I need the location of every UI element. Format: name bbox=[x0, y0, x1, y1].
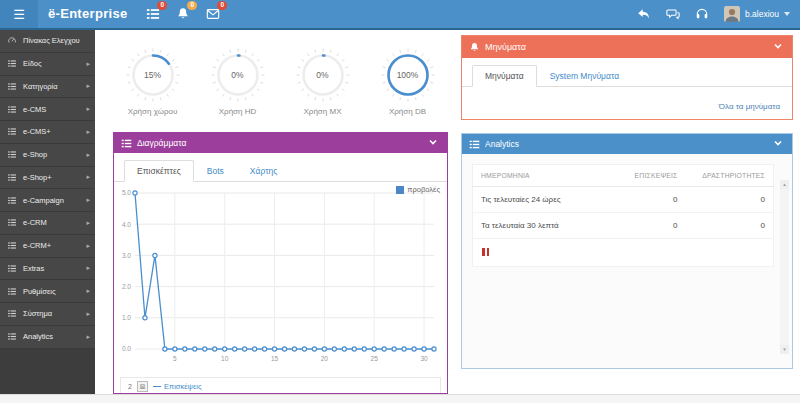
svg-text:1.0: 1.0 bbox=[122, 314, 131, 321]
submenu-arrow-icon: ▸ bbox=[86, 105, 90, 113]
messages-menu-button[interactable]: 0 bbox=[204, 6, 221, 23]
reply-icon[interactable] bbox=[637, 7, 651, 21]
svg-text:5.0: 5.0 bbox=[122, 189, 131, 196]
analytics-body: ΗΜΕΡΟΜΗΝΙΑ ΕΠΙΣΚΕΨΕΙΣ ΔΡΑΣΤΗΡΙΟΤΗΤΕΣ Τις… bbox=[462, 154, 792, 368]
tab-system-messages[interactable]: System Μηνύματα bbox=[537, 65, 632, 87]
svg-text:10: 10 bbox=[221, 355, 229, 362]
tab-map[interactable]: Χάρτης bbox=[237, 160, 290, 182]
submenu-arrow-icon: ▸ bbox=[86, 310, 90, 318]
sidebar-item--[interactable]: Κατηγορία▸ bbox=[0, 76, 95, 99]
list-icon bbox=[7, 264, 18, 273]
sidebar-toggle-button[interactable]: ☰ bbox=[0, 0, 38, 28]
sidebar-item--[interactable]: Σύστημα▸ bbox=[0, 303, 95, 326]
svg-text:15: 15 bbox=[271, 355, 279, 362]
chevron-down-icon[interactable] bbox=[773, 138, 785, 150]
list-icon bbox=[121, 138, 132, 149]
submenu-arrow-icon: ▸ bbox=[86, 82, 90, 90]
all-messages-link[interactable]: Όλα τα μηνύματα bbox=[719, 102, 780, 111]
sidebar-item-label: Πίνακας Ελεγχου bbox=[23, 36, 80, 45]
user-name: b.alexiou bbox=[745, 9, 779, 19]
sidebar-item-e-cms[interactable]: e-CMS▸ bbox=[0, 98, 95, 121]
list-icon bbox=[7, 150, 18, 159]
tasks-menu-button[interactable]: 0 bbox=[144, 6, 161, 23]
list-icon bbox=[7, 105, 18, 114]
sidebar-item-e-campaign[interactable]: e-Campaign▸ bbox=[0, 189, 95, 212]
sidebar-item-label: e-Shop bbox=[23, 150, 47, 159]
table-row bbox=[473, 239, 774, 267]
secondary-chart-cutoff: 2 ⊠ Επισκέψεις bbox=[120, 377, 441, 394]
sidebar-item--[interactable]: Πίνακας Ελεγχου bbox=[0, 30, 95, 53]
pause-button[interactable] bbox=[481, 247, 490, 257]
row-visits: 0 bbox=[614, 187, 686, 213]
mini-chart-legend: Επισκέψεις bbox=[153, 382, 202, 391]
svg-text:2.0: 2.0 bbox=[122, 283, 131, 290]
charts-tabs: Επισκέπτες Bots Χάρτης bbox=[114, 153, 447, 182]
image-placeholder-icon: ⊠ bbox=[137, 381, 148, 392]
chevron-down-icon[interactable] bbox=[773, 41, 785, 53]
col-header-activities: ΔΡΑΣΤΗΡΙΟΤΗΤΕΣ bbox=[686, 165, 774, 187]
charts-panel: Διαγράμματα Επισκέπτες Bots Χάρτης 0.01.… bbox=[113, 132, 448, 394]
svg-text:4.0: 4.0 bbox=[122, 221, 131, 228]
navbar-notification-icons: 0 0 0 bbox=[144, 0, 221, 28]
analytics-panel-header: Analytics bbox=[462, 134, 792, 154]
sidebar-item--[interactable]: Είδος▸ bbox=[0, 53, 95, 76]
sidebar-item-label: Extras bbox=[23, 264, 44, 273]
notifications-menu-button[interactable]: 0 bbox=[174, 6, 191, 23]
sidebar-item-label: e-Campaign bbox=[23, 196, 64, 205]
legend-label: προβολές bbox=[407, 185, 440, 194]
tab-visitors[interactable]: Επισκέπτες bbox=[124, 160, 194, 182]
legend-swatch bbox=[396, 186, 404, 194]
sidebar-item-label: e-CMS+ bbox=[23, 127, 51, 136]
gauge-db-usage: 100% Χρήση DB bbox=[369, 46, 447, 116]
tab-messages[interactable]: Μηνύματα bbox=[472, 65, 537, 87]
user-menu-button[interactable]: b.alexiou bbox=[724, 6, 790, 22]
sidebar-item-label: e-CRM bbox=[23, 218, 47, 227]
gauge-value: 0% bbox=[199, 70, 277, 80]
list-icon bbox=[7, 287, 18, 296]
top-navbar: ☰ ë-Enterprise 0 0 0 bbox=[0, 0, 800, 30]
gauge-disk-usage: 15% Χρήση χώρου bbox=[114, 46, 192, 116]
submenu-arrow-icon: ▸ bbox=[86, 196, 90, 204]
row-activities: 0 bbox=[686, 187, 774, 213]
analytics-panel: Analytics ΗΜΕΡΟΜΗΝΙΑ ΕΠΙΣΚΕΨΕΙΣ ΔΡΑΣΤΗΡΙ… bbox=[461, 133, 793, 369]
scroll-down-button[interactable]: ▾ bbox=[780, 345, 789, 354]
submenu-arrow-icon: ▸ bbox=[86, 333, 90, 341]
sidebar-item-label: e-Shop+ bbox=[23, 173, 52, 182]
list-icon bbox=[469, 139, 480, 150]
analytics-scrollbar[interactable]: ▴ ▾ bbox=[780, 180, 789, 354]
sidebar-item--[interactable]: Ρυθμίσεις▸ bbox=[0, 280, 95, 303]
list-icon bbox=[7, 82, 18, 91]
list-icon bbox=[7, 59, 18, 68]
sidebar-item-e-crm-[interactable]: e-CRM+▸ bbox=[0, 235, 95, 258]
sidebar-item-extras[interactable]: Extras▸ bbox=[0, 258, 95, 281]
gauge-value: 100% bbox=[369, 70, 447, 80]
dashboard-icon bbox=[7, 36, 18, 45]
charts-panel-title: Διαγράμματα bbox=[137, 138, 186, 148]
messages-panel-header: Μηνύματα bbox=[462, 36, 792, 58]
scroll-up-button[interactable]: ▴ bbox=[780, 180, 789, 189]
list-icon bbox=[7, 218, 18, 227]
chat-icon[interactable] bbox=[666, 7, 680, 21]
sidebar-item-analytics[interactable]: Analytics▸ bbox=[0, 326, 95, 349]
list-icon bbox=[7, 173, 18, 182]
submenu-arrow-icon: ▸ bbox=[86, 173, 90, 181]
list-icon bbox=[7, 332, 18, 341]
row-visits: 0 bbox=[614, 213, 686, 239]
table-row: Τα τελευταία 30 λεπτά 0 0 bbox=[473, 213, 774, 239]
chevron-down-icon[interactable] bbox=[428, 137, 440, 149]
sidebar-item-e-shop[interactable]: e-Shop▸ bbox=[0, 144, 95, 167]
row-label: Τις τελευταίες 24 ώρες bbox=[473, 187, 614, 213]
tab-bots[interactable]: Bots bbox=[194, 160, 237, 182]
app-logo[interactable]: ë-Enterprise bbox=[48, 0, 127, 28]
headphones-icon[interactable] bbox=[695, 7, 709, 21]
submenu-arrow-icon: ▸ bbox=[86, 128, 90, 136]
sidebar-item-e-crm[interactable]: e-CRM▸ bbox=[0, 212, 95, 235]
chart-legend: προβολές bbox=[396, 185, 440, 194]
gauge-value: 15% bbox=[114, 70, 192, 80]
gauge-hd-usage: 0% Χρήση HD bbox=[199, 46, 277, 116]
sidebar-item-e-cms-[interactable]: e-CMS+▸ bbox=[0, 121, 95, 144]
sidebar-item-label: e-CMS bbox=[23, 105, 46, 114]
sidebar-item-label: Analytics bbox=[23, 332, 53, 341]
analytics-table: ΗΜΕΡΟΜΗΝΙΑ ΕΠΙΣΚΕΨΕΙΣ ΔΡΑΣΤΗΡΙΟΤΗΤΕΣ Τις… bbox=[472, 164, 774, 267]
sidebar-item-e-shop-[interactable]: e-Shop+▸ bbox=[0, 167, 95, 190]
